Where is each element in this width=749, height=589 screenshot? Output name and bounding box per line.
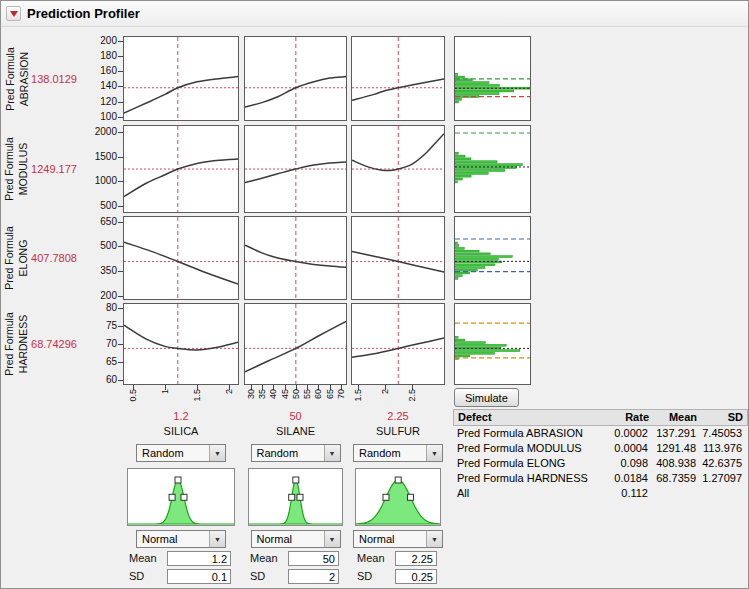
distribution-handle [297, 494, 303, 500]
profiler-cell-abrasion-silica[interactable] [123, 36, 239, 121]
mean-field-silica-label: Mean [129, 551, 165, 566]
defect-table-row: Pred Formula MODULUS0.00041291.48113.976 [453, 441, 748, 456]
simulate-button[interactable]: Simulate [454, 388, 519, 407]
response-current-value-modulus: 1249.177 [27, 125, 81, 213]
y-tick-label: 1500 [81, 151, 117, 163]
profiler-cell-elong-silane[interactable] [244, 216, 347, 300]
mean-field-sulfur[interactable] [395, 551, 437, 566]
profiler-cell-elong-sulfur[interactable] [351, 216, 445, 300]
mean-field-silane[interactable] [288, 551, 339, 566]
defect-table-cell: Pred Formula MODULUS [453, 441, 606, 456]
defect-table-cell: 0.0002 [606, 426, 652, 441]
defect-table-cell: Pred Formula ELONG [453, 456, 606, 471]
rate-header: Rate [607, 410, 653, 425]
profiler-cell-abrasion-silane[interactable] [244, 36, 347, 121]
defect-table-row: Pred Formula HARDNESS0.018468.73591.2709… [453, 471, 748, 486]
y-tick-label: 1000 [81, 175, 117, 187]
response-current-value-abrasion: 138.0129 [27, 36, 81, 121]
distribution-dropdown-silane[interactable]: Normal▼ [251, 530, 341, 548]
random-dropdown-silica[interactable]: Random▼ [136, 444, 226, 462]
profiler-cell-hardness-silane[interactable] [244, 303, 347, 385]
combo-selected-value: Normal [137, 531, 209, 547]
defect-table-cell [652, 486, 700, 501]
y-tick-label: 200 [81, 35, 117, 47]
profiler-cell-modulus-sulfur[interactable] [351, 125, 445, 213]
distribution-handle [293, 477, 299, 483]
simulation-histogram-abrasion [454, 36, 531, 121]
defect-table-cell: 408.938 [652, 456, 700, 471]
defect-table-header: Defect Rate Mean SD [453, 409, 748, 426]
defect-table-row: Pred Formula ABRASION0.0002137.2917.4505… [453, 426, 748, 441]
profiler-cell-abrasion-sulfur[interactable] [351, 36, 445, 121]
y-tick-label: 140 [81, 80, 117, 92]
factor-current-value-silica[interactable]: 1.2 [123, 410, 239, 423]
y-tick-label: 60 [81, 374, 117, 386]
y-tick-label: 100 [81, 111, 117, 123]
combo-selected-value: Random [354, 445, 426, 461]
defect-table-cell: 1.27097 [700, 471, 746, 486]
y-tick-label: 500 [81, 240, 117, 252]
factor-distribution-plot-silica[interactable] [127, 468, 235, 526]
profiler-cell-hardness-silica[interactable] [123, 303, 239, 385]
factor-name-silica: SILICA [123, 425, 239, 438]
y-tick-label: 180 [81, 50, 117, 62]
defect-table-cell: 0.0184 [606, 471, 652, 486]
defect-table-cell: 1291.48 [652, 441, 700, 456]
defect-table-cell [700, 486, 746, 501]
defect-table-row: All0.112 [453, 486, 748, 501]
combo-selected-value: Random [137, 445, 209, 461]
y-tick-label: 2000 [81, 126, 117, 138]
random-dropdown-silane[interactable]: Random▼ [251, 444, 341, 462]
factor-name-sulfur: SULFUR [351, 425, 445, 438]
factor-current-value-sulfur[interactable]: 2.25 [351, 410, 445, 423]
simulation-histogram-hardness [454, 303, 531, 385]
defect-table-cell: Pred Formula HARDNESS [453, 471, 606, 486]
y-tick-label: 500 [81, 200, 117, 212]
chevron-down-icon: ▼ [209, 445, 225, 461]
chevron-down-icon: ▼ [324, 531, 340, 547]
distribution-dropdown-silica[interactable]: Normal▼ [136, 530, 226, 548]
defect-table: Defect Rate Mean SD Pred Formula ABRASIO… [453, 409, 748, 501]
mean-field-sulfur-label: Mean [357, 551, 393, 566]
profiler-cell-hardness-sulfur[interactable] [351, 303, 445, 385]
profiler-cell-modulus-silica[interactable] [123, 125, 239, 213]
defect-table-cell: 0.112 [606, 486, 652, 501]
sd-header: SD [701, 410, 747, 425]
distribution-handle [395, 477, 401, 483]
factor-current-value-silane[interactable]: 50 [244, 410, 347, 423]
factor-distribution-plot-sulfur[interactable] [355, 468, 441, 526]
combo-selected-value: Random [252, 445, 324, 461]
chevron-down-icon: ▼ [426, 445, 442, 461]
defect-header: Defect [454, 410, 607, 425]
y-tick-label: 80 [81, 302, 117, 314]
defect-table-body: Pred Formula ABRASION0.0002137.2917.4505… [453, 426, 748, 501]
random-dropdown-sulfur[interactable]: Random▼ [353, 444, 443, 462]
simulation-histogram-modulus [454, 125, 531, 213]
mean-field-silica[interactable] [167, 551, 231, 566]
sd-field-silane-label: SD [250, 569, 286, 584]
y-tick-label: 200 [81, 290, 117, 302]
distribution-dropdown-sulfur[interactable]: Normal▼ [353, 530, 443, 548]
defect-table-cell: 42.6375 [700, 456, 746, 471]
sd-field-sulfur[interactable] [395, 569, 437, 584]
defect-table-cell: 113.976 [700, 441, 746, 456]
distribution-handle [175, 477, 181, 483]
y-tick-label: 160 [81, 65, 117, 77]
factor-distribution-plot-silane[interactable] [248, 468, 343, 526]
profiler-cell-modulus-silane[interactable] [244, 125, 347, 213]
profiler-cell-elong-silica[interactable] [123, 216, 239, 300]
defect-table-cell: 7.45053 [700, 426, 746, 441]
sd-field-silica[interactable] [167, 569, 231, 584]
response-current-value-elong: 407.7808 [27, 216, 81, 300]
sd-field-silane[interactable] [288, 569, 339, 584]
combo-selected-value: Normal [354, 531, 426, 547]
chevron-down-icon: ▼ [426, 531, 442, 547]
distribution-handle [169, 494, 175, 500]
defect-table-cell: 68.7359 [652, 471, 700, 486]
distribution-handle [289, 494, 295, 500]
distribution-handle [408, 494, 414, 500]
mean-header: Mean [653, 410, 701, 425]
y-tick-label: 350 [81, 265, 117, 277]
defect-table-cell: Pred Formula ABRASION [453, 426, 606, 441]
y-tick-label: 65 [81, 356, 117, 368]
